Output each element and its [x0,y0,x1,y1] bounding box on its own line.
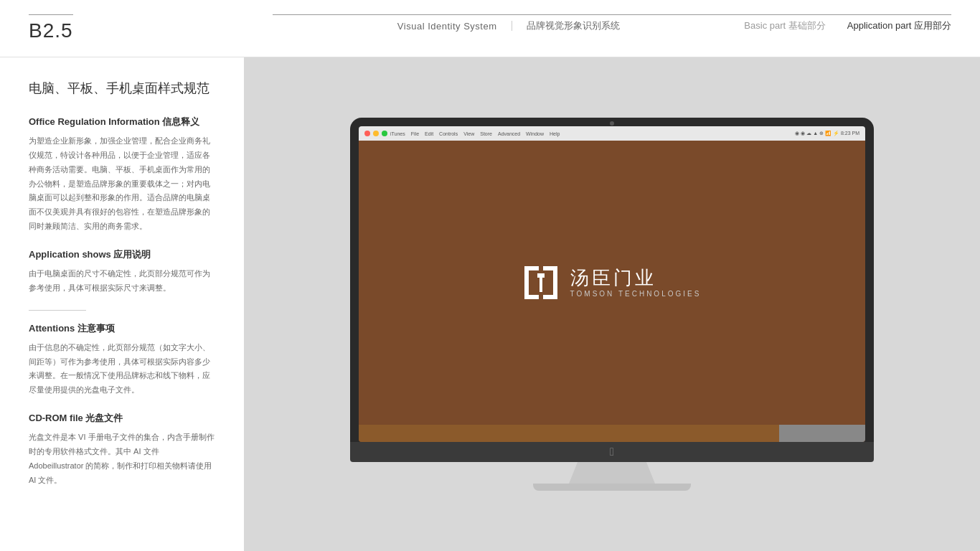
basic-part-label: Basic part 基础部分 [744,19,825,32]
screen-content: 汤臣门业 TOMSON TECHNOLOGIES [359,141,865,442]
svg-rect-5 [543,295,557,299]
vis-divider [512,21,512,31]
bottom-bar-brown [359,425,779,442]
menu-item-advanced: Advanced [498,131,520,136]
svg-rect-4 [543,266,557,270]
screen-titlebar: iTunes File Edit Controls View Store Adv… [359,126,865,141]
menu-item-itunes: iTunes [390,131,405,136]
section-heading-3: CD-ROM file 光盘文件 [29,412,215,425]
header-right: Basic part 基础部分 Application part 应用部分 [744,14,951,32]
section-body-3: 光盘文件是本 VI 手册电子文件的集合，内含手册制作时的专用软件格式文件。其中 … [29,430,215,487]
menu-item-controls: Controls [439,131,458,136]
section-body-1: 由于电脑桌面的尺寸不确定性，此页部分规范可作为参考使用，具体可根据实际尺寸来调整… [29,267,215,296]
section-heading-2: Attentions 注意事项 [29,322,215,335]
header-center: Visual Identity System 品牌视觉形象识别系统 [273,14,744,32]
brand-logo-area: 汤臣门业 TOMSON TECHNOLOGIES [523,265,702,301]
svg-rect-3 [553,266,557,299]
menu-item-help: Help [550,131,560,136]
screen-bottom-bar [359,425,865,442]
bottom-bar-gray [779,425,865,442]
menu-item-window: Window [526,131,544,136]
close-button-icon [364,131,370,136]
header-center-inner: Visual Identity System 品牌视觉形象识别系统 [397,19,620,32]
imac-stand-top [569,462,655,484]
brand-cn-name: 汤臣门业 [570,268,702,287]
svg-rect-6 [537,273,545,278]
imac-body: iTunes File Edit Controls View Store Adv… [350,118,874,442]
section-block-0: Office Regulation Information 信息释义 为塑造企业… [29,116,215,234]
left-panel: 电脑、平板、手机桌面样式规范 Office Regulation Informa… [0,57,244,551]
section-main-title: 电脑、平板、手机桌面样式规范 [29,79,215,98]
camera-dot [610,121,614,126]
menu-item-file: File [411,131,419,136]
main-content: 电脑、平板、手机桌面样式规范 Office Regulation Informa… [0,57,980,551]
minimize-button-icon [373,131,379,136]
svg-rect-7 [540,278,542,292]
brand-en-name: TOMSON TECHNOLOGIES [570,290,702,298]
menu-item-view: View [463,131,474,136]
section-heading-0: Office Regulation Information 信息释义 [29,116,215,128]
section-body-2: 由于信息的不确定性，此页部分规范（如文字大小、间距等）可作为参考使用，具体可根据… [29,341,215,397]
svg-rect-2 [524,295,539,299]
section-block-2: Attentions 注意事项 由于信息的不确定性，此页部分规范（如文字大小、间… [29,322,215,397]
header: B2.5 Visual Identity System 品牌视觉形象识别系统 B… [0,0,980,57]
app-part-label: Application part 应用部分 [847,19,951,32]
brand-logo-icon [523,265,559,301]
vis-cn: 品牌视觉形象识别系统 [527,19,620,32]
titlebar-right: ◉ ◉ ☁ ▲ ⊕ 📶 ⚡ 8:23 PM [795,131,859,136]
titlebar-menu: iTunes File Edit Controls View Store Adv… [390,131,560,136]
imac-container: iTunes File Edit Controls View Store Adv… [350,118,874,491]
menu-item-edit: Edit [425,131,433,136]
section-divider [29,310,86,311]
header-left: B2.5 [29,14,273,42]
section-block-1: Application shows 应用说明 由于电脑桌面的尺寸不确定性，此页部… [29,248,215,296]
screen: iTunes File Edit Controls View Store Adv… [359,126,865,442]
section-heading-1: Application shows 应用说明 [29,248,215,261]
vis-title: Visual Identity System [397,21,497,32]
maximize-button-icon [382,131,387,136]
apple-logo-icon:  [610,446,614,458]
battery-info: ◉ ◉ ☁ ▲ ⊕ 📶 ⚡ 8:23 PM [795,131,859,136]
imac-stand-base [533,484,691,491]
section-body-0: 为塑造企业新形象，加强企业管理，配合企业商务礼仪规范，特设计各种用品，以便于企业… [29,134,215,234]
screen-bg: 汤臣门业 TOMSON TECHNOLOGIES [359,141,865,442]
svg-rect-1 [524,266,539,270]
screen-main-area: 汤臣门业 TOMSON TECHNOLOGIES [359,141,865,425]
imac-chin:  [350,442,874,462]
page-number: B2.5 [29,14,73,42]
titlebar-left: iTunes File Edit Controls View Store Adv… [364,131,560,136]
logo-text-area: 汤臣门业 TOMSON TECHNOLOGIES [570,268,702,298]
right-panel: iTunes File Edit Controls View Store Adv… [244,57,980,551]
svg-rect-0 [524,266,529,299]
menu-item-store: Store [480,131,492,136]
section-block-3: CD-ROM file 光盘文件 光盘文件是本 VI 手册电子文件的集合，内含手… [29,412,215,487]
